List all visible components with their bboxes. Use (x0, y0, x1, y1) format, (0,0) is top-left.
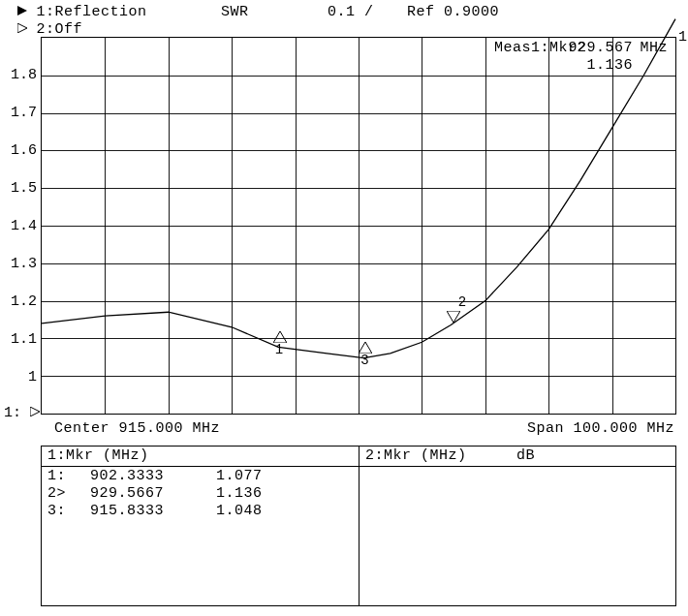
plot-marker-label: 1 (275, 342, 283, 357)
meas-type: SWR (221, 4, 249, 20)
left-trace-indicator: 1: (4, 405, 40, 421)
scale-label: 0.1 / (328, 4, 374, 20)
plot-marker-label: 2 (458, 294, 466, 310)
right-trace-indicator: 1 (678, 29, 687, 46)
marker-table-header1: 1:Mkr (MHz) (47, 447, 149, 464)
svg-marker-1 (17, 23, 27, 33)
plot-area: Meas1:Mkr2 MHz 929.567 1.136 123 (41, 37, 676, 415)
marker-row-freq: 915.8333 (90, 503, 164, 519)
trace1-label: 1:Reflection (37, 4, 147, 20)
marker-row-id: 2> (47, 485, 66, 502)
ref-label: Ref 0.9000 (407, 4, 499, 20)
trace2-label: 2:Off (37, 21, 83, 38)
y-tick-label: 1.5 (2, 180, 37, 197)
y-tick-label: 1.6 (2, 142, 37, 159)
marker-row-freq: 902.3333 (90, 468, 164, 484)
y-tick-label: 1.4 (2, 218, 37, 234)
plot-marker-label: 3 (360, 353, 368, 368)
span-label: Span 100.000 MHz (527, 420, 674, 437)
marker-table-header2: 2:Mkr (MHz) (365, 447, 467, 464)
y-tick-label: 1.1 (2, 331, 37, 348)
marker-row-id: 1: (47, 468, 66, 484)
y-tick-label: 1.2 (2, 293, 37, 310)
y-tick-label: 1.7 (2, 105, 37, 121)
plot-marker: 3 (359, 341, 372, 358)
svg-marker-5 (30, 407, 40, 416)
y-tick-label: 1 (2, 369, 37, 385)
marker-table-header2-unit: dB (516, 447, 535, 464)
y-tick-label: 1.8 (2, 67, 37, 83)
marker-row-val: 1.077 (216, 468, 263, 484)
center-freq-label: Center 915.000 MHz (54, 420, 220, 437)
trace1-indicator: 1:Reflection (17, 4, 147, 20)
marker-table: 1:Mkr (MHz) 2:Mkr (MHz) dB 1:902.33331.0… (41, 446, 676, 606)
svg-marker-0 (17, 6, 27, 15)
plot-marker: 2 (447, 310, 460, 327)
marker-row-val: 1.048 (216, 503, 263, 519)
y-tick-label: 1.3 (2, 256, 37, 272)
trace2-indicator: 2:Off (17, 21, 82, 38)
svg-marker-3 (447, 311, 460, 323)
plot-marker: 1 (273, 330, 287, 348)
marker-row-val: 1.136 (216, 485, 263, 502)
marker-row-id: 3: (47, 503, 66, 519)
marker-row-freq: 929.5667 (90, 485, 164, 502)
